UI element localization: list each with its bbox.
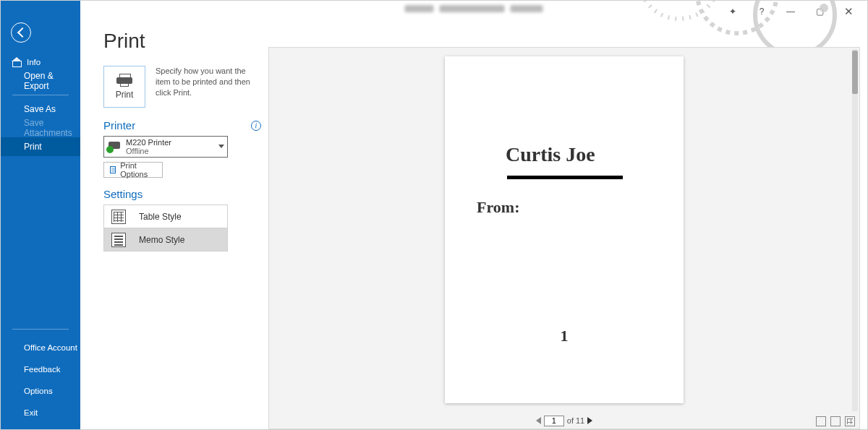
nav-save-as[interactable]: Save As: [1, 100, 80, 119]
nav-print[interactable]: Print: [1, 137, 80, 156]
help-button[interactable]: ?: [747, 4, 776, 20]
chevron-down-icon: [218, 145, 224, 148]
next-page-button[interactable]: [587, 417, 592, 424]
nav-info[interactable]: Info: [1, 53, 80, 72]
back-arrow-icon: [17, 27, 27, 38]
window-title-blurred: [405, 5, 543, 12]
printer-status: Offline: [126, 147, 171, 155]
nav-feedback[interactable]: Feedback: [1, 358, 80, 380]
minimize-button[interactable]: —: [776, 4, 805, 20]
style-memo-label: Memo Style: [139, 235, 184, 245]
nav-exit[interactable]: Exit: [1, 402, 80, 423]
prev-page-button[interactable]: [536, 417, 541, 424]
nav-separator: [12, 95, 69, 95]
style-table[interactable]: Table Style: [104, 205, 227, 228]
actual-size-icon[interactable]: [816, 416, 826, 426]
close-button[interactable]: ✕: [834, 4, 863, 20]
preview-scrollbar[interactable]: [852, 49, 858, 411]
nav-office-account-label: Office Account: [24, 343, 77, 352]
table-style-icon: [111, 210, 126, 224]
print-button[interactable]: Print: [103, 66, 145, 108]
page-input[interactable]: [544, 416, 564, 426]
printer-name: M220 Printer: [126, 138, 171, 147]
maximize-button[interactable]: ▢: [805, 4, 834, 20]
preview-page: Curtis Joe From: 1: [445, 56, 684, 403]
nav-options-label: Options: [24, 387, 53, 395]
preview-underline: [507, 176, 623, 179]
multi-page-icon[interactable]: [845, 416, 855, 426]
printer-section-title: Printer: [103, 119, 135, 132]
nav-options[interactable]: Options: [1, 380, 80, 402]
print-options-button[interactable]: Print Options: [103, 162, 163, 178]
svg-point-2: [639, 1, 719, 19]
nav-office-account[interactable]: Office Account: [1, 337, 80, 358]
nav-save-attachments: Save Attachments: [1, 119, 80, 137]
backstage-sidebar: Info Open & Export Save As Save Attachme…: [1, 1, 80, 429]
page-title: Print: [103, 30, 261, 53]
coming-soon-icon[interactable]: ✦: [718, 4, 747, 20]
print-tile-label: Print: [116, 90, 134, 100]
nav-info-label: Info: [27, 58, 41, 66]
style-list: Table Style Memo Style: [103, 205, 228, 251]
page-total-label: of 11: [567, 416, 584, 425]
nav-separator-bottom: [12, 329, 69, 330]
nav-exit-label: Exit: [24, 408, 38, 417]
nav-feedback-label: Feedback: [24, 365, 61, 374]
print-preview: Curtis Joe From: 1 of 11: [268, 47, 860, 429]
print-description: Specify how you want the item to be prin…: [156, 66, 257, 98]
printer-status-icon: [107, 140, 122, 153]
scroll-thumb[interactable]: [852, 51, 858, 94]
nav-print-label: Print: [24, 142, 42, 152]
back-button[interactable]: [11, 22, 31, 43]
nav-open-export[interactable]: Open & Export: [1, 72, 80, 90]
pager: of 11: [269, 413, 859, 429]
printer-icon: [116, 74, 132, 87]
print-options-icon: [110, 166, 116, 173]
nav-save-as-label: Save As: [24, 104, 56, 114]
preview-page-number: 1: [445, 327, 684, 345]
print-options-label: Print Options: [120, 161, 156, 179]
preview-contact-name: Curtis Joe: [474, 100, 655, 171]
style-memo[interactable]: Memo Style: [104, 228, 227, 251]
nav-open-export-label: Open & Export: [24, 71, 80, 91]
fit-page-icon[interactable]: [830, 416, 841, 426]
memo-style-icon: [111, 233, 126, 247]
style-table-label: Table Style: [139, 212, 182, 222]
settings-section-title: Settings: [103, 188, 142, 200]
printer-dropdown[interactable]: M220 Printer Offline: [103, 136, 228, 158]
title-bar: ✦ ? — ▢ ✕: [80, 1, 867, 21]
home-icon: [12, 59, 22, 66]
nav-save-attachments-label: Save Attachments: [24, 118, 80, 138]
printer-info-icon[interactable]: i: [251, 121, 261, 131]
